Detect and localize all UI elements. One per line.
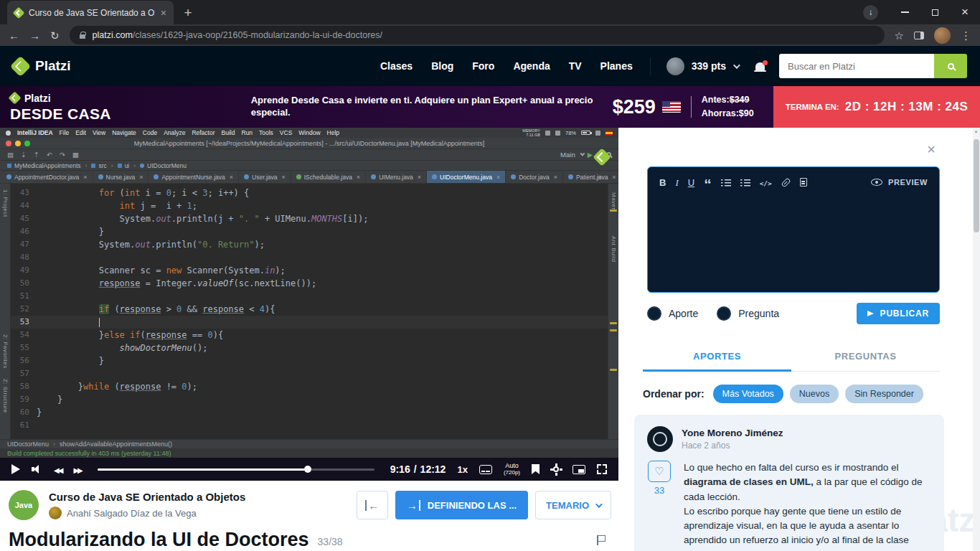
open-icon bbox=[7, 151, 14, 159]
apple-menu-icon bbox=[6, 131, 11, 136]
radio-aporte[interactable]: Aporte bbox=[647, 306, 698, 321]
tab-aportes[interactable]: APORTES bbox=[643, 342, 791, 372]
page-scrollbar[interactable] bbox=[973, 128, 980, 551]
volume-button[interactable] bbox=[32, 465, 42, 474]
nav-blog[interactable]: Blog bbox=[431, 60, 453, 72]
video-controls: 9:16 / 12:12 1x Auto (720p) bbox=[0, 458, 618, 481]
status-icon bbox=[595, 131, 600, 136]
report-flag-icon[interactable] bbox=[597, 535, 606, 545]
code-icon[interactable] bbox=[760, 176, 772, 189]
fullscreen-button[interactable] bbox=[597, 464, 607, 474]
back-button[interactable] bbox=[9, 30, 19, 41]
progress-bar[interactable] bbox=[98, 468, 374, 471]
comment-input[interactable] bbox=[659, 194, 928, 283]
attachment-icon[interactable] bbox=[800, 178, 807, 187]
lesson-progress: 33/38 bbox=[318, 536, 343, 551]
chevron-down-icon[interactable] bbox=[733, 62, 740, 69]
commenter-avatar[interactable] bbox=[647, 426, 673, 452]
course-badge[interactable]: Java bbox=[9, 490, 39, 520]
tab-preguntas[interactable]: PREGUNTAS bbox=[791, 342, 940, 371]
notifications-bell-icon[interactable] bbox=[755, 62, 765, 70]
browser-tab[interactable]: Curso de Java SE Orientado a Ob bbox=[7, 1, 174, 24]
pip-button[interactable] bbox=[573, 465, 585, 474]
radio-icon bbox=[647, 306, 661, 321]
tab-title: Curso de Java SE Orientado a Ob bbox=[29, 8, 155, 18]
subtitles-button[interactable] bbox=[479, 465, 492, 474]
italic-icon[interactable] bbox=[675, 178, 678, 187]
close-window-button[interactable] bbox=[950, 0, 980, 24]
like-column: 33 bbox=[647, 461, 672, 548]
us-flag-icon bbox=[662, 101, 681, 113]
underline-icon[interactable] bbox=[688, 178, 694, 187]
video-player[interactable]: IntelliJ IDEAFileEditViewNavigateCodeAna… bbox=[0, 128, 618, 481]
minimize-button[interactable] bbox=[890, 0, 920, 24]
quote-icon[interactable] bbox=[704, 178, 712, 187]
preview-toggle[interactable]: PREVIEW bbox=[871, 178, 928, 187]
sort-pill[interactable]: Sin Responder bbox=[845, 385, 923, 403]
maximize-button[interactable] bbox=[920, 0, 950, 24]
next-lesson-button[interactable]: DEFINIENDO LAS ... bbox=[395, 491, 528, 519]
bold-icon[interactable] bbox=[659, 178, 666, 187]
bookmark-button[interactable] bbox=[532, 464, 540, 474]
close-panel-icon[interactable] bbox=[927, 142, 936, 156]
temario-button[interactable]: TEMARIO bbox=[535, 491, 611, 519]
settings-gear-button[interactable] bbox=[553, 466, 559, 472]
forward-button[interactable] bbox=[29, 30, 40, 41]
numbered-list-icon[interactable] bbox=[740, 179, 750, 187]
browser-menu-icon[interactable] bbox=[961, 30, 971, 41]
play-button[interactable] bbox=[11, 464, 20, 474]
sort-pill[interactable]: Nuevos bbox=[790, 385, 839, 403]
bullet-list-icon[interactable] bbox=[721, 179, 731, 187]
quality-button[interactable]: Auto (720p) bbox=[504, 463, 520, 476]
editor-stripe-mark bbox=[610, 369, 617, 371]
browser-profile-avatar[interactable] bbox=[934, 27, 951, 44]
nav-clases[interactable]: Clases bbox=[380, 60, 413, 72]
nav-planes[interactable]: Planes bbox=[600, 60, 633, 72]
search-button[interactable] bbox=[934, 54, 967, 78]
commenter-name[interactable]: Yone Moreno Jiménez bbox=[682, 428, 783, 438]
speed-button[interactable]: 1x bbox=[457, 464, 467, 475]
nav-tv[interactable]: TV bbox=[569, 60, 582, 72]
tab-close-icon[interactable] bbox=[161, 7, 166, 19]
temario-label: TEMARIO bbox=[546, 500, 589, 511]
link-icon[interactable] bbox=[781, 177, 791, 187]
platzi-logo[interactable]: Platzi bbox=[13, 58, 71, 74]
progress-knob[interactable] bbox=[304, 466, 311, 473]
browser-update-icon[interactable] bbox=[863, 5, 878, 20]
like-button[interactable] bbox=[648, 461, 671, 482]
course-title[interactable]: Curso de Java SE Orientado a Objetos bbox=[49, 491, 347, 503]
reload-button[interactable] bbox=[50, 30, 60, 41]
rewind-button[interactable] bbox=[54, 463, 62, 476]
code-line: 52 if (response > 0 && response < 4){ bbox=[11, 303, 608, 316]
line-number: 59 bbox=[11, 393, 37, 406]
publish-button[interactable]: PUBLICAR bbox=[857, 303, 940, 324]
nav-agenda[interactable]: Agenda bbox=[513, 60, 550, 72]
nav-foro[interactable]: Foro bbox=[472, 60, 494, 72]
tool-window-button: 1: Project bbox=[2, 189, 9, 217]
sort-pill[interactable]: Más Votados bbox=[713, 385, 783, 403]
tab-close-icon: × bbox=[612, 174, 616, 181]
user-avatar[interactable] bbox=[666, 57, 684, 75]
editor-tab: UIMenu.java× bbox=[366, 171, 427, 183]
sort-pills: Más VotadosNuevosSin Responder bbox=[713, 385, 923, 403]
search-input[interactable] bbox=[779, 54, 934, 78]
run-icon bbox=[588, 151, 593, 159]
promo-banner[interactable]: Platzi DESDE CASA Aprende Desde Casa e i… bbox=[0, 86, 980, 128]
skip-forward-button[interactable] bbox=[73, 463, 81, 476]
like-count: 33 bbox=[654, 485, 664, 496]
mac-menus: IntelliJ IDEAFileEditViewNavigateCodeAna… bbox=[17, 129, 339, 136]
before-label: Antes: bbox=[702, 95, 730, 105]
bookmark-star-icon[interactable] bbox=[895, 30, 904, 41]
side-panel-icon[interactable] bbox=[914, 32, 924, 39]
new-tab-button[interactable] bbox=[178, 3, 198, 23]
previous-lesson-button[interactable] bbox=[357, 491, 388, 519]
address-bar[interactable]: platzi.com/clases/1629-java-oop/21605-mo… bbox=[70, 26, 885, 44]
scrollbar-thumb[interactable] bbox=[974, 139, 979, 232]
radio-pregunta[interactable]: Pregunta bbox=[717, 306, 779, 321]
composer-toolbar: PREVIEW bbox=[648, 167, 939, 192]
composer-actions: Aporte Pregunta PUBLICAR bbox=[647, 303, 940, 324]
class-icon bbox=[154, 174, 159, 179]
points-badge[interactable]: 339 pts bbox=[692, 60, 726, 72]
code-editor: 43 for (int i = 0; i < 3; i++) {44 int j… bbox=[11, 184, 608, 439]
status-icon bbox=[555, 131, 560, 136]
